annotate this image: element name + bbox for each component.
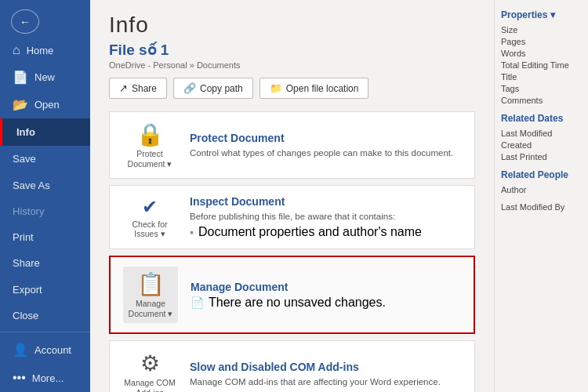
sidebar-bottom: 👤 Account ••• More... [0, 328, 90, 392]
protect-document-card: 🔒 ProtectDocument ▾ Protect Document Con… [109, 111, 475, 179]
prop-words: Words [501, 49, 582, 58]
sidebar-item-label: Home [27, 45, 54, 56]
protect-document-label: ProtectDocument ▾ [128, 149, 172, 169]
com-addins-label: Manage COMAdd-ins [124, 378, 175, 392]
sidebar-item-account[interactable]: 👤 Account [0, 336, 90, 364]
account-icon: 👤 [13, 343, 28, 358]
sidebar-item-home[interactable]: ⌂ Home [0, 37, 90, 64]
sidebar-item-label: Save [13, 153, 36, 165]
sidebar-item-share[interactable]: Share [0, 250, 90, 276]
checkmark-icon: ✔ [142, 196, 158, 218]
last-modified-by-label: Last Modified By [501, 202, 582, 212]
prop-pages: Pages [501, 37, 582, 46]
sidebar-item-close[interactable]: Close [0, 303, 90, 328]
prop-tags: Tags [501, 84, 582, 93]
manage-doc-sub: 📄 There are no unsaved changes. [191, 296, 461, 310]
share-label: Share [132, 83, 157, 94]
gear-icon: ⚙ [140, 350, 160, 376]
last-modified-by-section: Last Modified By [501, 202, 582, 212]
people-author: Author [501, 185, 582, 194]
sidebar-item-export[interactable]: Export [0, 277, 90, 303]
date-last-modified: Last Modified [501, 129, 582, 138]
sidebar-item-info[interactable]: Info [0, 118, 90, 146]
manage-document-text: Manage Document 📄 There are no unsaved c… [191, 281, 461, 310]
manage-document-icon-box[interactable]: 📋 ManageDocument ▾ [123, 267, 178, 323]
manage-document-title: Manage Document [191, 281, 461, 293]
bullet-icon: ▪ [190, 226, 194, 238]
related-people-title-text: Related People [501, 169, 568, 180]
sidebar-item-label: Info [16, 126, 35, 138]
open-icon: 📂 [13, 97, 28, 112]
prop-comments: Comments [501, 96, 582, 105]
inspect-document-icon-box[interactable]: ✔ Check forIssues ▾ [122, 196, 177, 239]
related-people-section: Related People Author [501, 169, 582, 194]
open-location-button[interactable]: 📁 Open file location [260, 78, 369, 99]
main-content: Info File số 1 OneDrive - Personal » Doc… [90, 0, 494, 392]
protect-document-title: Protect Document [190, 132, 462, 144]
copy-path-button[interactable]: 🔗 Copy path [173, 78, 253, 99]
sidebar-item-label: Export [13, 284, 42, 296]
open-location-label: Open file location [286, 83, 359, 94]
back-button[interactable]: ← [11, 9, 39, 34]
sidebar-item-save[interactable]: Save [0, 146, 90, 172]
sidebar-item-label: Share [13, 257, 40, 269]
related-dates-section: Related Dates Last Modified Created Last… [501, 113, 582, 162]
protect-document-text: Protect Document Control what types of c… [190, 132, 462, 159]
doc-bullet-icon: 📄 [191, 296, 204, 309]
file-path: OneDrive - Personal » Documents [109, 60, 475, 70]
copy-path-icon: 🔗 [183, 82, 196, 94]
manage-document-card: 📋 ManageDocument ▾ Manage Document 📄 The… [109, 256, 475, 334]
sidebar-item-new[interactable]: 📄 New [0, 64, 90, 91]
com-addins-card: ⚙ Manage COMAdd-ins Slow and Disabled CO… [109, 340, 475, 392]
com-addins-title: Slow and Disabled COM Add-ins [190, 361, 462, 373]
new-icon: 📄 [13, 70, 28, 85]
properties-title[interactable]: Properties ▾ [501, 9, 582, 20]
com-addins-icon-box[interactable]: ⚙ Manage COMAdd-ins [122, 350, 177, 392]
date-created: Created [501, 140, 582, 150]
inspect-document-desc: Before publishing this file, be aware th… [190, 210, 462, 223]
inspect-sub-item: ▪ Document properties and author's name [190, 225, 462, 239]
inspect-sub-text: Document properties and author's name [198, 225, 422, 239]
sidebar: ← ⌂ Home 📄 New 📂 Open Info Save Save As … [0, 0, 90, 392]
share-button[interactable]: ↗ Share [109, 78, 167, 99]
back-icon: ← [20, 16, 31, 28]
sidebar-item-history[interactable]: History [0, 198, 90, 224]
check-issues-label: Check forIssues ▾ [132, 220, 168, 239]
manage-document-label: ManageDocument ▾ [129, 299, 173, 318]
inspect-document-title: Inspect Document [190, 195, 462, 208]
lock-icon: 🔒 [136, 122, 164, 147]
main-header: Info File số 1 OneDrive - Personal » Doc… [90, 0, 494, 105]
sidebar-item-label: Save As [13, 180, 50, 191]
sidebar-item-label: More... [32, 372, 64, 384]
sidebar-item-label: History [13, 205, 44, 217]
sidebar-item-label: Account [34, 344, 71, 356]
share-icon: ↗ [119, 82, 128, 94]
inspect-document-text: Inspect Document Before publishing this … [190, 195, 462, 239]
cards-area: 🔒 ProtectDocument ▾ Protect Document Con… [90, 105, 494, 392]
sidebar-item-more[interactable]: ••• More... [0, 364, 90, 392]
more-icon: ••• [13, 371, 26, 385]
com-addins-desc: Manage COM add-ins that are affecting yo… [190, 376, 462, 388]
related-dates-title: Related Dates [501, 113, 582, 124]
manage-document-desc: There are no unsaved changes. [209, 296, 386, 310]
sidebar-item-open[interactable]: 📂 Open [0, 91, 90, 118]
prop-title: Title [501, 72, 582, 82]
action-buttons: ↗ Share 🔗 Copy path 📁 Open file location [109, 78, 475, 99]
sidebar-item-label: Open [34, 99, 60, 111]
sidebar-item-saveas[interactable]: Save As [0, 172, 90, 198]
copy-path-label: Copy path [200, 83, 243, 94]
page-title: Info [109, 13, 475, 38]
protect-document-icon-box[interactable]: 🔒 ProtectDocument ▾ [122, 122, 177, 169]
file-name: File số 1 [109, 41, 475, 59]
com-addins-text: Slow and Disabled COM Add-ins Manage COM… [190, 361, 462, 388]
sidebar-item-label: Print [13, 231, 34, 243]
prop-total-editing: Total Editing Time [501, 60, 582, 70]
properties-title-text: Properties ▾ [501, 9, 555, 20]
home-icon: ⌂ [13, 43, 20, 57]
sidebar-item-label: Close [13, 310, 38, 321]
sidebar-item-label: New [34, 71, 55, 83]
inspect-document-card: ✔ Check forIssues ▾ Inspect Document Bef… [109, 185, 475, 249]
prop-size: Size [501, 25, 582, 34]
sidebar-item-print[interactable]: Print [0, 224, 90, 250]
protect-document-desc: Control what types of changes people can… [190, 147, 462, 159]
